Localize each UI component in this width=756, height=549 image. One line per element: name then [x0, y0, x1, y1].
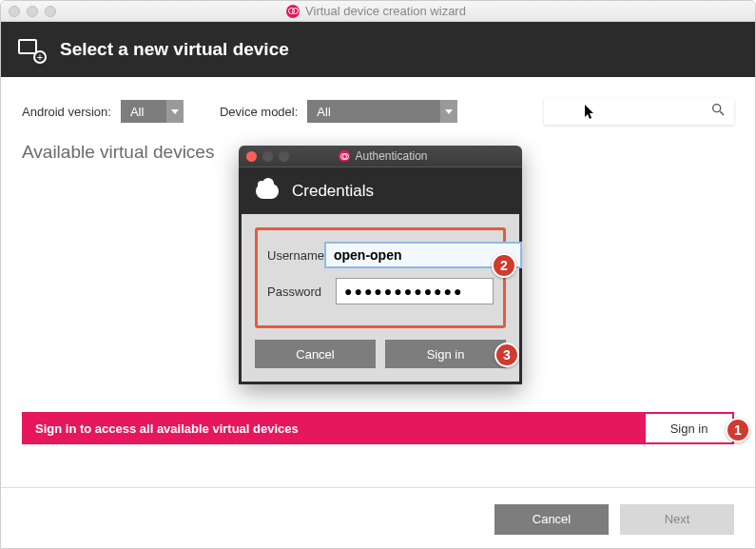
- svg-line-1: [720, 111, 724, 115]
- zoom-window-button[interactable]: [45, 6, 56, 17]
- dialog-zoom-button[interactable]: [279, 151, 289, 162]
- dialog-minimize-button[interactable]: [262, 151, 273, 162]
- traffic-lights: [9, 6, 56, 17]
- window-titlebar: Virtual device creation wizard: [1, 1, 755, 22]
- app-logo-icon: [286, 5, 300, 18]
- search-icon: [710, 102, 726, 121]
- svg-point-0: [713, 105, 721, 112]
- device-model-select[interactable]: All: [307, 100, 457, 123]
- dialog-signin-label: Sign in: [427, 347, 465, 362]
- chevron-down-icon: [166, 100, 184, 123]
- cursor-icon: [583, 105, 598, 123]
- signin-button[interactable]: Sign in: [646, 414, 732, 442]
- authentication-dialog: Authentication Credentials Username Pass…: [239, 146, 522, 384]
- credentials-box: Username Password ●●●●●●●●●●●● 2: [255, 227, 506, 328]
- search-input[interactable]: [544, 98, 734, 125]
- dialog-titlebar: Authentication: [239, 146, 522, 167]
- password-field[interactable]: ●●●●●●●●●●●●: [336, 278, 494, 304]
- android-version-label: Android version:: [22, 105, 111, 119]
- page-title: Select a new virtual device: [60, 39, 289, 60]
- dialog-signin-button[interactable]: Sign in 3: [385, 340, 506, 368]
- android-version-select[interactable]: All: [121, 100, 184, 123]
- annotation-badge-3: 3: [494, 343, 519, 367]
- annotation-badge-1: 1: [726, 418, 750, 442]
- dialog-title: Authentication: [355, 149, 427, 163]
- minimize-window-button[interactable]: [27, 6, 38, 17]
- signin-prompt-bar: Sign in to access all available virtual …: [22, 412, 734, 444]
- wizard-header: + Select a new virtual device: [1, 22, 755, 77]
- dialog-header: Credentials: [239, 167, 522, 214]
- cancel-button[interactable]: Cancel: [494, 504, 609, 535]
- signin-prompt-text: Sign in to access all available virtual …: [35, 422, 646, 436]
- cloud-icon: [256, 184, 279, 199]
- dialog-close-button[interactable]: [246, 151, 257, 162]
- device-model-label: Device model:: [220, 105, 298, 119]
- window-title: Virtual device creation wizard: [305, 4, 466, 18]
- new-device-icon: +: [18, 39, 43, 60]
- annotation-badge-2: 2: [492, 253, 516, 278]
- app-logo-icon: [339, 150, 350, 162]
- wizard-footer: Cancel Next: [1, 487, 755, 549]
- device-model-value: All: [307, 105, 440, 119]
- dialog-cancel-button[interactable]: Cancel: [255, 340, 376, 368]
- close-window-button[interactable]: [9, 6, 20, 17]
- chevron-down-icon: [440, 100, 457, 123]
- password-label: Password: [267, 284, 336, 299]
- next-button[interactable]: Next: [620, 504, 734, 535]
- username-label: Username: [267, 248, 324, 263]
- dialog-header-title: Credentials: [292, 182, 374, 201]
- filter-row: Android version: All Device model: All: [22, 98, 734, 125]
- android-version-value: All: [121, 105, 166, 119]
